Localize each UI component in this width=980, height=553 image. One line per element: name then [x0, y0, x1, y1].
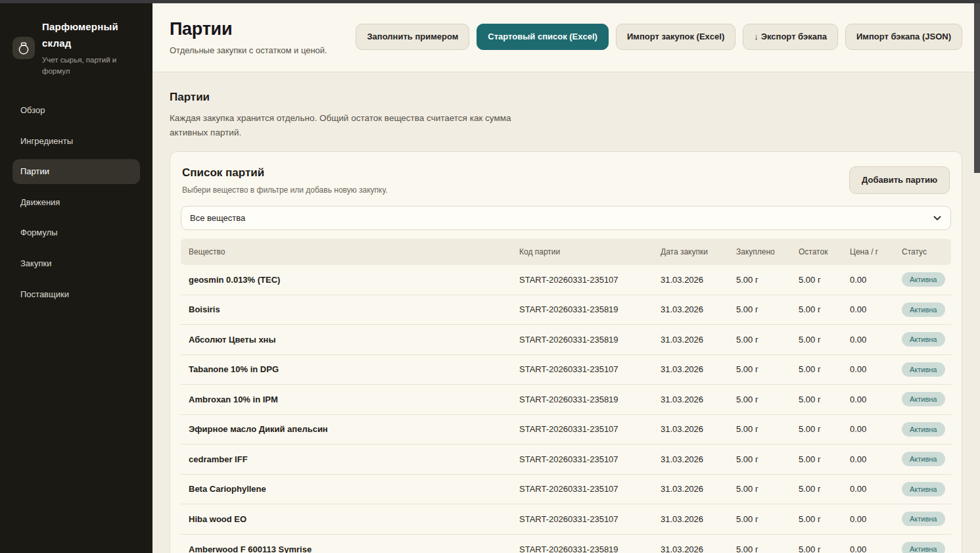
app-window: Парфюмерный склад Учет сырья, партий и ф… — [0, 3, 980, 553]
batches-card: Список партий Выбери вещество в фильтре … — [170, 151, 962, 553]
cell-purchased: 5.00 г — [736, 335, 799, 345]
cell-remaining: 5.00 г — [799, 364, 850, 374]
col-header-purchase-date: Дата закупки — [661, 247, 736, 256]
substance-filter-select[interactable]: Все вещества — [181, 206, 951, 230]
batches-table: Вещество Код партии Дата закупки Закупле… — [181, 239, 951, 553]
card-header-text: Список партий Выбери вещество в фильтре … — [182, 166, 388, 195]
cell-batch-code: START-20260331-235107 — [519, 514, 661, 524]
page-header: Партии Отдельные закупки с остатком и це… — [152, 3, 980, 72]
cell-purchased: 5.00 г — [736, 454, 799, 464]
cell-price: 0.00 — [850, 335, 902, 345]
cell-price: 0.00 — [850, 484, 902, 494]
cell-substance: Boisiris — [189, 304, 519, 314]
cell-remaining: 5.00 г — [799, 424, 850, 434]
add-batch-button[interactable]: Добавить партию — [849, 166, 950, 194]
cell-purchased: 5.00 г — [736, 484, 799, 494]
sidebar-item-batches[interactable]: Партии — [12, 159, 140, 184]
table-row: Hiba wood EO START-20260331-235107 31.03… — [181, 504, 951, 535]
cell-batch-code: START-20260331-235107 — [519, 424, 661, 434]
table-row: cedramber IFF START-20260331-235107 31.0… — [181, 445, 951, 475]
cell-purchased: 5.00 г — [736, 424, 799, 434]
starter-list-excel-button[interactable]: Стартовый список (Excel) — [477, 24, 609, 50]
sidebar: Парфюмерный склад Учет сырья, партий и ф… — [0, 3, 152, 553]
cell-price: 0.00 — [850, 275, 902, 285]
sidebar-item-purchases[interactable]: Закупки — [12, 251, 140, 276]
section-description: Каждая закупка хранится отдельно. Общий … — [170, 111, 525, 139]
cell-price: 0.00 — [850, 544, 902, 553]
cell-remaining: 5.00 г — [799, 335, 850, 345]
cell-remaining: 5.00 г — [799, 544, 850, 553]
cell-status: Активна — [902, 452, 951, 466]
col-header-status: Статус — [902, 247, 951, 256]
cell-substance: Tabanone 10% in DPG — [189, 364, 519, 374]
scrollbar-thumb[interactable] — [974, 3, 980, 173]
status-badge: Активна — [902, 332, 945, 347]
cell-batch-code: START-20260331-235819 — [519, 335, 661, 345]
cell-remaining: 5.00 г — [799, 454, 850, 464]
col-header-purchased: Закуплено — [736, 247, 799, 256]
table-row: Абсолют Цветы хны START-20260331-235819 … — [181, 325, 951, 355]
table-row: Boisiris START-20260331-235819 31.03.202… — [181, 295, 951, 325]
status-badge: Активна — [902, 422, 945, 437]
fill-example-button[interactable]: Заполнить примером — [356, 24, 469, 50]
cell-substance: Эфирное масло Дикий апельсин — [189, 424, 519, 434]
cell-purchased: 5.00 г — [736, 395, 799, 404]
cell-substance: Beta Cariophyllene — [189, 484, 519, 494]
brand: Парфюмерный склад Учет сырья, партий и ф… — [0, 3, 152, 77]
col-header-batch-code: Код партии — [519, 247, 661, 256]
substance-filter-value: Все вещества — [190, 213, 245, 223]
cell-status: Активна — [902, 422, 951, 437]
cell-batch-code: START-20260331-235107 — [519, 454, 661, 464]
col-header-substance: Вещество — [189, 247, 519, 256]
col-header-remaining: Остаток — [799, 247, 850, 256]
export-backup-button[interactable]: ↓Экспорт бэкапа — [743, 24, 838, 50]
cell-price: 0.00 — [850, 454, 902, 464]
sidebar-item-ingredients[interactable]: Ингредиенты — [12, 129, 140, 154]
cell-substance: Абсолют Цветы хны — [189, 335, 519, 345]
import-purchases-excel-button[interactable]: Импорт закупок (Excel) — [616, 24, 735, 50]
col-header-price-per-g: Цена / г — [850, 247, 902, 256]
cell-purchase-date: 31.03.2026 — [661, 424, 736, 434]
sidebar-item-overview[interactable]: Обзор — [12, 98, 140, 123]
main-area: Партии Отдельные закупки с остатком и це… — [152, 3, 980, 553]
sidebar-nav: Обзор Ингредиенты Партии Движения Формул… — [0, 98, 152, 306]
cell-remaining: 5.00 г — [799, 514, 850, 524]
cell-purchase-date: 31.03.2026 — [661, 514, 736, 524]
cell-purchase-date: 31.03.2026 — [661, 364, 736, 374]
cell-purchase-date: 31.03.2026 — [661, 484, 736, 494]
status-badge: Активна — [902, 452, 945, 466]
cell-remaining: 5.00 г — [799, 395, 850, 404]
cell-batch-code: START-20260331-235819 — [519, 304, 661, 314]
sidebar-item-movements[interactable]: Движения — [12, 190, 140, 215]
status-badge: Активна — [902, 272, 945, 287]
sidebar-item-suppliers[interactable]: Поставщики — [12, 282, 140, 307]
table-header-row: Вещество Код партии Дата закупки Закупле… — [181, 239, 951, 265]
cell-purchased: 5.00 г — [736, 275, 799, 285]
sidebar-item-formulas[interactable]: Формулы — [12, 220, 140, 245]
status-badge: Активна — [902, 392, 945, 406]
cell-price: 0.00 — [850, 514, 902, 524]
cell-purchase-date: 31.03.2026 — [661, 304, 736, 314]
table-row: Amberwood F 600113 Symrise START-2026033… — [181, 535, 951, 553]
cell-remaining: 5.00 г — [799, 275, 850, 285]
app-subtitle: Учет сырья, партий и формул — [42, 55, 142, 78]
cell-substance: geosmin 0.013% (TEC) — [189, 275, 519, 285]
cell-status: Активна — [902, 512, 951, 526]
cell-batch-code: START-20260331-235819 — [519, 395, 661, 404]
import-backup-json-button[interactable]: Импорт бэкапа (JSON) — [845, 24, 962, 50]
cell-purchase-date: 31.03.2026 — [661, 395, 736, 404]
cell-purchase-date: 31.03.2026 — [661, 454, 736, 464]
page-title: Партии — [170, 19, 327, 39]
cell-price: 0.00 — [850, 364, 902, 374]
cell-price: 0.00 — [850, 395, 902, 404]
app-title: Парфюмерный склад — [42, 19, 142, 52]
cell-purchased: 5.00 г — [736, 304, 799, 314]
chevron-down-icon — [933, 216, 941, 221]
header-actions: Заполнить примером Стартовый список (Exc… — [356, 24, 962, 55]
cell-purchased: 5.00 г — [736, 364, 799, 374]
card-title: Список партий — [182, 166, 388, 180]
page-content: Партии Каждая закупка хранится отдельно.… — [152, 72, 980, 553]
cell-status: Активна — [902, 302, 951, 317]
page-header-text: Партии Отдельные закупки с остатком и це… — [170, 19, 327, 55]
download-icon: ↓ — [754, 32, 758, 41]
